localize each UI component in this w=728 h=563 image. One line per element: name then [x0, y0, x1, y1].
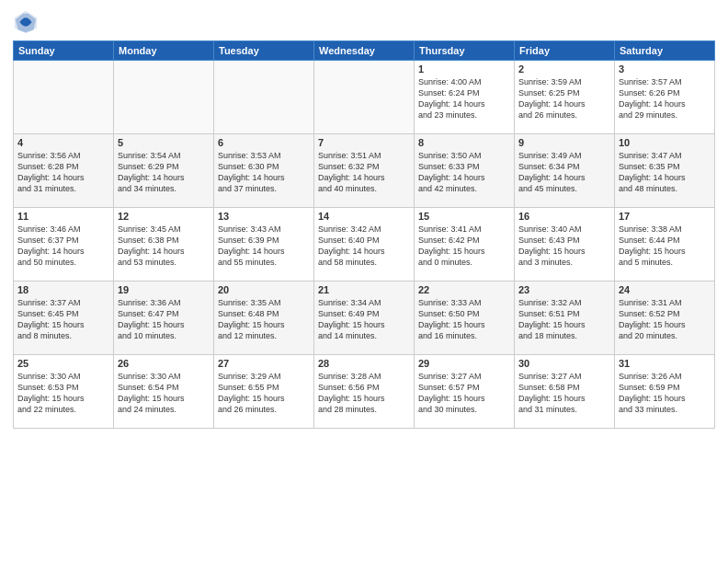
day-number: 14 [318, 211, 410, 222]
day-number: 10 [619, 137, 711, 148]
day-info: Sunrise: 3:30 AM Sunset: 6:54 PM Dayligh… [118, 371, 210, 416]
calendar-cell-w1d0: 4Sunrise: 3:56 AM Sunset: 6:28 PM Daylig… [14, 134, 114, 208]
day-number: 28 [318, 358, 410, 369]
calendar-week-4: 25Sunrise: 3:30 AM Sunset: 6:53 PM Dayli… [14, 355, 715, 429]
day-info: Sunrise: 3:42 AM Sunset: 6:40 PM Dayligh… [318, 224, 410, 269]
calendar-cell-w3d2: 20Sunrise: 3:35 AM Sunset: 6:48 PM Dayli… [214, 282, 314, 355]
day-info: Sunrise: 3:33 AM Sunset: 6:50 PM Dayligh… [418, 297, 510, 342]
day-number: 30 [518, 358, 610, 369]
calendar-week-0: 1Sunrise: 4:00 AM Sunset: 6:24 PM Daylig… [14, 61, 715, 134]
calendar-cell-w2d2: 13Sunrise: 3:43 AM Sunset: 6:39 PM Dayli… [214, 208, 314, 282]
day-number: 9 [518, 137, 610, 148]
calendar-cell-w2d4: 15Sunrise: 3:41 AM Sunset: 6:42 PM Dayli… [415, 208, 515, 282]
day-info: Sunrise: 3:35 AM Sunset: 6:48 PM Dayligh… [218, 297, 310, 342]
day-number: 29 [418, 358, 510, 369]
day-number: 5 [118, 137, 210, 148]
calendar-week-2: 11Sunrise: 3:46 AM Sunset: 6:37 PM Dayli… [14, 208, 715, 282]
calendar-week-3: 18Sunrise: 3:37 AM Sunset: 6:45 PM Dayli… [14, 282, 715, 355]
day-info: Sunrise: 3:34 AM Sunset: 6:49 PM Dayligh… [318, 297, 410, 342]
day-info: Sunrise: 3:41 AM Sunset: 6:42 PM Dayligh… [418, 224, 510, 269]
day-number: 15 [418, 211, 510, 222]
day-info: Sunrise: 3:54 AM Sunset: 6:29 PM Dayligh… [118, 150, 210, 195]
calendar-cell-w1d2: 6Sunrise: 3:53 AM Sunset: 6:30 PM Daylig… [214, 134, 314, 208]
calendar-cell-w1d1: 5Sunrise: 3:54 AM Sunset: 6:29 PM Daylig… [114, 134, 214, 208]
day-info: Sunrise: 3:38 AM Sunset: 6:44 PM Dayligh… [619, 224, 711, 269]
day-number: 13 [218, 211, 310, 222]
day-info: Sunrise: 4:00 AM Sunset: 6:24 PM Dayligh… [418, 76, 510, 121]
calendar-cell-w0d4: 1Sunrise: 4:00 AM Sunset: 6:24 PM Daylig… [415, 61, 515, 134]
calendar-cell-w0d0 [14, 61, 114, 134]
calendar-cell-w2d5: 16Sunrise: 3:40 AM Sunset: 6:43 PM Dayli… [515, 208, 615, 282]
calendar-cell-w4d1: 26Sunrise: 3:30 AM Sunset: 6:54 PM Dayli… [114, 355, 214, 429]
calendar-cell-w3d5: 23Sunrise: 3:32 AM Sunset: 6:51 PM Dayli… [515, 282, 615, 355]
calendar-week-1: 4Sunrise: 3:56 AM Sunset: 6:28 PM Daylig… [14, 134, 715, 208]
header [13, 9, 715, 35]
weekday-header-monday: Monday [114, 41, 214, 61]
day-info: Sunrise: 3:32 AM Sunset: 6:51 PM Dayligh… [518, 297, 610, 342]
day-info: Sunrise: 3:30 AM Sunset: 6:53 PM Dayligh… [17, 371, 109, 416]
calendar-cell-w2d0: 11Sunrise: 3:46 AM Sunset: 6:37 PM Dayli… [14, 208, 114, 282]
calendar-cell-w1d3: 7Sunrise: 3:51 AM Sunset: 6:32 PM Daylig… [314, 134, 415, 208]
calendar-cell-w0d5: 2Sunrise: 3:59 AM Sunset: 6:25 PM Daylig… [515, 61, 615, 134]
day-info: Sunrise: 3:56 AM Sunset: 6:28 PM Dayligh… [17, 150, 109, 195]
day-info: Sunrise: 3:36 AM Sunset: 6:47 PM Dayligh… [118, 297, 210, 342]
calendar-cell-w0d6: 3Sunrise: 3:57 AM Sunset: 6:26 PM Daylig… [615, 61, 715, 134]
day-number: 25 [17, 358, 109, 369]
day-number: 18 [17, 284, 109, 295]
weekday-header-tuesday: Tuesday [214, 41, 314, 61]
calendar-cell-w2d6: 17Sunrise: 3:38 AM Sunset: 6:44 PM Dayli… [615, 208, 715, 282]
day-number: 21 [318, 284, 410, 295]
day-info: Sunrise: 3:45 AM Sunset: 6:38 PM Dayligh… [118, 224, 210, 269]
day-number: 3 [619, 63, 711, 75]
day-info: Sunrise: 3:59 AM Sunset: 6:25 PM Dayligh… [518, 76, 610, 121]
logo-icon [13, 9, 39, 35]
day-info: Sunrise: 3:29 AM Sunset: 6:55 PM Dayligh… [218, 371, 310, 416]
day-number: 26 [118, 358, 210, 369]
day-number: 4 [17, 137, 109, 148]
calendar-cell-w4d2: 27Sunrise: 3:29 AM Sunset: 6:55 PM Dayli… [214, 355, 314, 429]
calendar-cell-w4d4: 29Sunrise: 3:27 AM Sunset: 6:57 PM Dayli… [415, 355, 515, 429]
day-info: Sunrise: 3:53 AM Sunset: 6:30 PM Dayligh… [218, 150, 310, 195]
day-number: 17 [619, 211, 711, 222]
calendar-cell-w3d3: 21Sunrise: 3:34 AM Sunset: 6:49 PM Dayli… [314, 282, 415, 355]
calendar-cell-w2d3: 14Sunrise: 3:42 AM Sunset: 6:40 PM Dayli… [314, 208, 415, 282]
calendar-cell-w0d1 [114, 61, 214, 134]
day-number: 2 [518, 63, 610, 75]
weekday-header-sunday: Sunday [14, 41, 114, 61]
day-info: Sunrise: 3:26 AM Sunset: 6:59 PM Dayligh… [619, 371, 711, 416]
calendar-cell-w4d0: 25Sunrise: 3:30 AM Sunset: 6:53 PM Dayli… [14, 355, 114, 429]
day-number: 16 [518, 211, 610, 222]
logo [13, 9, 42, 35]
calendar-cell-w1d5: 9Sunrise: 3:49 AM Sunset: 6:34 PM Daylig… [515, 134, 615, 208]
calendar-cell-w3d4: 22Sunrise: 3:33 AM Sunset: 6:50 PM Dayli… [415, 282, 515, 355]
day-number: 22 [418, 284, 510, 295]
day-info: Sunrise: 3:51 AM Sunset: 6:32 PM Dayligh… [318, 150, 410, 195]
day-info: Sunrise: 3:28 AM Sunset: 6:56 PM Dayligh… [318, 371, 410, 416]
weekday-header-saturday: Saturday [615, 41, 715, 61]
calendar-cell-w4d6: 31Sunrise: 3:26 AM Sunset: 6:59 PM Dayli… [615, 355, 715, 429]
day-number: 11 [17, 211, 109, 222]
weekday-header-friday: Friday [515, 41, 615, 61]
day-info: Sunrise: 3:50 AM Sunset: 6:33 PM Dayligh… [418, 150, 510, 195]
day-number: 19 [118, 284, 210, 295]
calendar-cell-w3d6: 24Sunrise: 3:31 AM Sunset: 6:52 PM Dayli… [615, 282, 715, 355]
day-info: Sunrise: 3:57 AM Sunset: 6:26 PM Dayligh… [619, 76, 711, 121]
calendar-cell-w4d5: 30Sunrise: 3:27 AM Sunset: 6:58 PM Dayli… [515, 355, 615, 429]
weekday-header-wednesday: Wednesday [314, 41, 415, 61]
calendar-cell-w1d4: 8Sunrise: 3:50 AM Sunset: 6:33 PM Daylig… [415, 134, 515, 208]
calendar-cell-w3d0: 18Sunrise: 3:37 AM Sunset: 6:45 PM Dayli… [14, 282, 114, 355]
day-info: Sunrise: 3:47 AM Sunset: 6:35 PM Dayligh… [619, 150, 711, 195]
calendar-cell-w3d1: 19Sunrise: 3:36 AM Sunset: 6:47 PM Dayli… [114, 282, 214, 355]
day-info: Sunrise: 3:49 AM Sunset: 6:34 PM Dayligh… [518, 150, 610, 195]
day-number: 27 [218, 358, 310, 369]
weekday-header-row: SundayMondayTuesdayWednesdayThursdayFrid… [14, 41, 715, 61]
weekday-header-thursday: Thursday [415, 41, 515, 61]
day-info: Sunrise: 3:27 AM Sunset: 6:57 PM Dayligh… [418, 371, 510, 416]
calendar-table: SundayMondayTuesdayWednesdayThursdayFrid… [13, 40, 715, 429]
day-info: Sunrise: 3:40 AM Sunset: 6:43 PM Dayligh… [518, 224, 610, 269]
day-number: 8 [418, 137, 510, 148]
day-number: 23 [518, 284, 610, 295]
day-number: 12 [118, 211, 210, 222]
day-info: Sunrise: 3:31 AM Sunset: 6:52 PM Dayligh… [619, 297, 711, 342]
calendar-cell-w0d2 [214, 61, 314, 134]
